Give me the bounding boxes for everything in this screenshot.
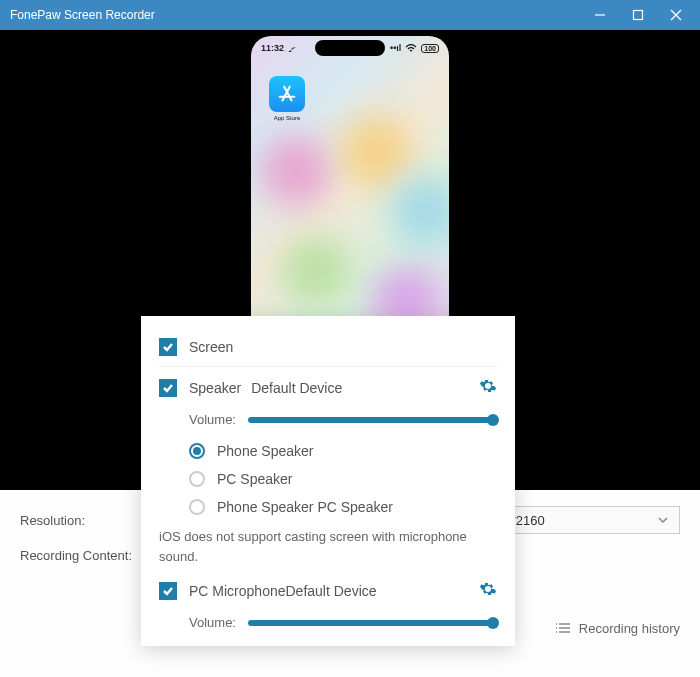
both-speaker-radio[interactable] — [189, 499, 205, 515]
status-time: 11:32 — [261, 43, 284, 53]
mic-checkbox[interactable] — [159, 582, 177, 600]
window-controls — [582, 3, 694, 27]
pc-speaker-radio[interactable] — [189, 471, 205, 487]
ios-note: iOS does not support casting screen with… — [159, 521, 497, 576]
titlebar: FonePaw Screen Recorder — [0, 0, 700, 30]
chevron-down-icon — [657, 514, 669, 526]
recording-history-label: Recording history — [579, 621, 680, 636]
screen-checkbox[interactable] — [159, 338, 177, 356]
speaker-label: Speaker — [189, 380, 241, 396]
app-title: FonePaw Screen Recorder — [10, 8, 155, 22]
phone-speaker-label: Phone Speaker — [217, 443, 314, 459]
recording-history-link[interactable]: Recording history — [555, 621, 680, 636]
speaker-checkbox[interactable] — [159, 379, 177, 397]
gear-icon — [479, 377, 497, 395]
list-icon — [555, 621, 571, 635]
gear-icon — [479, 580, 497, 598]
mic-volume-label: Volume: — [189, 615, 236, 630]
options-popup: Screen Speaker Default Device Volume: Ph… — [141, 316, 515, 646]
location-icon — [287, 43, 297, 53]
app-store-tile — [269, 76, 305, 112]
pc-speaker-label: PC Speaker — [217, 471, 292, 487]
mic-settings-button[interactable] — [479, 580, 497, 601]
mic-device: Default Device — [286, 583, 377, 599]
dynamic-island — [315, 40, 385, 56]
signal-icon: ••ıl — [390, 43, 401, 53]
close-button[interactable] — [658, 3, 694, 27]
phone-screen: 11:32 ••ıl 100 App Store — [251, 36, 449, 336]
speaker-device: Default Device — [251, 380, 342, 396]
maximize-button[interactable] — [620, 3, 656, 27]
battery-indicator: 100 — [421, 44, 439, 53]
resolution-label: Resolution: — [20, 513, 140, 528]
screen-label: Screen — [189, 339, 233, 355]
wifi-icon — [405, 44, 417, 53]
app-store-label: App Store — [267, 115, 307, 121]
app-store-icon: App Store — [267, 76, 307, 121]
speaker-volume-label: Volume: — [189, 412, 236, 427]
svg-rect-1 — [634, 11, 643, 20]
speaker-settings-button[interactable] — [479, 377, 497, 398]
mic-label: PC Microphone — [189, 583, 286, 599]
minimize-button[interactable] — [582, 3, 618, 27]
both-speaker-label: Phone Speaker PC Speaker — [217, 499, 393, 515]
phone-speaker-radio[interactable] — [189, 443, 205, 459]
speaker-volume-slider[interactable] — [248, 413, 497, 427]
recording-content-label: Recording Content: — [20, 548, 140, 563]
mic-volume-slider[interactable] — [248, 616, 497, 630]
